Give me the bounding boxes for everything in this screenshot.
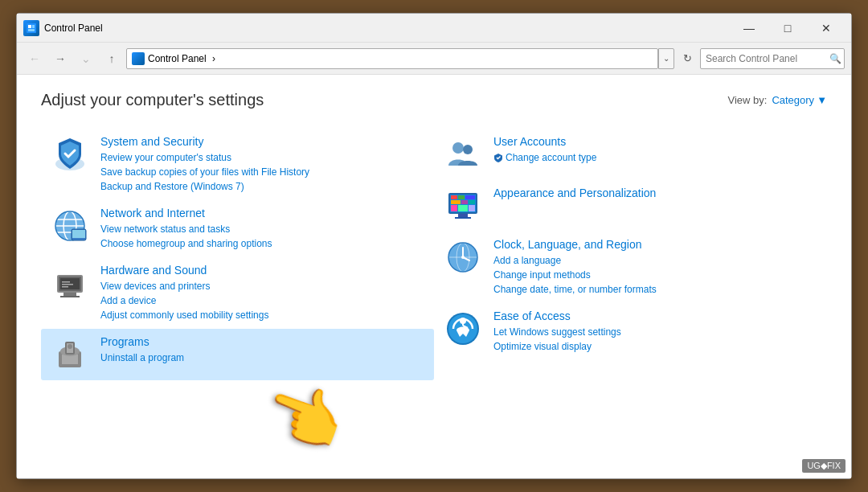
hardware-sound-icon	[51, 264, 89, 302]
search-icon: 🔍	[829, 53, 841, 64]
maximize-button[interactable]: □	[769, 17, 806, 39]
window-title: Control Panel	[44, 23, 731, 34]
programs-title[interactable]: Programs	[100, 335, 424, 348]
svg-rect-19	[62, 281, 70, 283]
viewby-label: View by:	[727, 94, 767, 106]
search-box[interactable]: 🔍	[700, 48, 845, 69]
system-security-links: Review your computer's status Save backu…	[100, 150, 424, 194]
network-internet-title[interactable]: Network and Internet	[100, 207, 424, 219]
programs-links: Uninstall a program	[100, 351, 424, 365]
network-internet-links: View network status and tasks Choose hom…	[100, 222, 424, 251]
system-security-link-2[interactable]: Save backup copies of your files with Fi…	[100, 165, 424, 179]
network-internet-link-2[interactable]: Choose homegroup and sharing options	[100, 236, 424, 251]
svg-rect-34	[458, 195, 465, 199]
ease-access-links: Let Windows suggest settings Optimize vi…	[493, 325, 817, 354]
svg-rect-37	[461, 200, 468, 204]
recent-locations-button[interactable]: ⌄	[75, 47, 97, 70]
back-button[interactable]: ←	[23, 47, 46, 70]
clock-region-link-2[interactable]: Change input methods	[493, 268, 817, 282]
ease-access-link-1[interactable]: Let Windows suggest settings	[493, 325, 817, 339]
view-by-control: View by: Category ▼	[727, 94, 827, 106]
svg-rect-36	[451, 200, 461, 204]
ease-access-text: Ease of Access Let Windows suggest setti…	[493, 310, 817, 354]
category-network-internet[interactable]: Network and Internet View network status…	[41, 200, 434, 257]
system-security-text: System and Security Review your computer…	[100, 135, 424, 194]
categories-grid: System and Security Review your computer…	[41, 129, 827, 380]
viewby-value[interactable]: Category ▼	[772, 94, 827, 106]
viewby-chevron-icon: ▼	[817, 94, 827, 106]
title-bar-controls: — □ ✕	[731, 17, 845, 39]
svg-rect-2	[32, 25, 35, 28]
category-appearance[interactable]: Appearance and Personalization	[434, 180, 827, 232]
ease-access-title[interactable]: Ease of Access	[493, 310, 817, 322]
svg-rect-42	[458, 214, 468, 217]
appearance-icon	[444, 187, 482, 225]
svg-rect-12	[72, 230, 85, 238]
svg-point-28	[68, 344, 72, 349]
clock-region-links: Add a language Change input methods Chan…	[493, 253, 817, 297]
svg-point-30	[463, 145, 473, 154]
category-programs[interactable]: Programs Uninstall a program	[41, 329, 434, 380]
user-accounts-link-1[interactable]: Change account type	[506, 150, 596, 165]
network-internet-link-1[interactable]: View network status and tasks	[100, 222, 424, 236]
category-system-security[interactable]: System and Security Review your computer…	[41, 129, 434, 200]
clock-region-link-3[interactable]: Change date, time, or number formats	[493, 282, 817, 297]
svg-rect-41	[469, 205, 475, 211]
clock-region-text: Clock, Language, and Region Add a langua…	[493, 238, 817, 297]
system-security-link-1[interactable]: Review your computer's status	[100, 150, 424, 165]
user-accounts-title[interactable]: User Accounts	[493, 135, 817, 148]
control-panel-window: Control Panel — □ ✕ ← → ⌄ ↑ Control Pane…	[16, 13, 852, 479]
category-clock-region[interactable]: Clock, Language, and Region Add a langua…	[434, 232, 827, 303]
search-input[interactable]	[706, 53, 826, 64]
ease-access-icon	[444, 310, 482, 348]
system-security-link-3[interactable]: Backup and Restore (Windows 7)	[100, 179, 424, 194]
svg-rect-20	[62, 284, 73, 285]
programs-link-1[interactable]: Uninstall a program	[100, 351, 424, 365]
category-user-accounts[interactable]: User Accounts Change account type	[434, 129, 827, 180]
svg-rect-40	[458, 205, 468, 211]
svg-rect-43	[455, 217, 471, 219]
category-hardware-sound[interactable]: Hardware and Sound View devices and prin…	[41, 257, 434, 329]
hardware-sound-title[interactable]: Hardware and Sound	[100, 264, 424, 277]
close-button[interactable]: ✕	[808, 17, 845, 39]
category-ease-access[interactable]: Ease of Access Let Windows suggest setti…	[434, 303, 827, 360]
svg-rect-21	[62, 286, 68, 288]
user-accounts-icon	[444, 135, 482, 174]
title-bar: Control Panel — □ ✕	[17, 14, 851, 43]
svg-rect-18	[60, 296, 80, 297]
page-header: Adjust your computer's settings View by:…	[41, 91, 827, 109]
user-accounts-links: Change account type	[493, 150, 817, 165]
breadcrumb-icon	[132, 52, 145, 65]
svg-point-29	[452, 142, 464, 154]
hardware-sound-link-2[interactable]: Add a device	[100, 293, 424, 308]
network-internet-icon	[51, 207, 89, 245]
appearance-text: Appearance and Personalization	[493, 187, 817, 202]
appearance-title[interactable]: Appearance and Personalization	[493, 187, 817, 199]
hardware-sound-links: View devices and printers Add a device A…	[100, 279, 424, 322]
clock-region-title[interactable]: Clock, Language, and Region	[493, 238, 817, 251]
svg-rect-17	[63, 293, 76, 296]
svg-rect-39	[451, 205, 457, 211]
svg-rect-3	[28, 29, 35, 31]
forward-button[interactable]: →	[49, 47, 72, 70]
refresh-button[interactable]: ↻	[678, 49, 697, 68]
hardware-sound-link-1[interactable]: View devices and printers	[100, 279, 424, 293]
programs-text: Programs Uninstall a program	[100, 335, 424, 365]
system-security-title[interactable]: System and Security	[100, 135, 424, 148]
page-title: Adjust your computer's settings	[41, 91, 264, 109]
svg-rect-33	[451, 195, 457, 199]
ugfix-badge: UG◆FIX	[802, 459, 845, 473]
svg-rect-1	[28, 25, 31, 28]
minimize-button[interactable]: —	[731, 17, 768, 39]
up-button[interactable]: ↑	[100, 47, 123, 70]
address-dropdown-button[interactable]: ⌄	[658, 48, 674, 69]
network-internet-text: Network and Internet View network status…	[100, 207, 424, 251]
clock-region-link-1[interactable]: Add a language	[493, 253, 817, 268]
svg-rect-13	[76, 238, 81, 240]
main-content: Adjust your computer's settings View by:…	[17, 75, 851, 478]
address-bar-input[interactable]: Control Panel ›	[126, 48, 658, 69]
system-security-icon	[51, 135, 89, 174]
ease-access-link-2[interactable]: Optimize visual display	[493, 339, 817, 354]
hardware-sound-link-3[interactable]: Adjust commonly used mobility settings	[100, 308, 424, 322]
clock-region-icon	[444, 238, 482, 277]
